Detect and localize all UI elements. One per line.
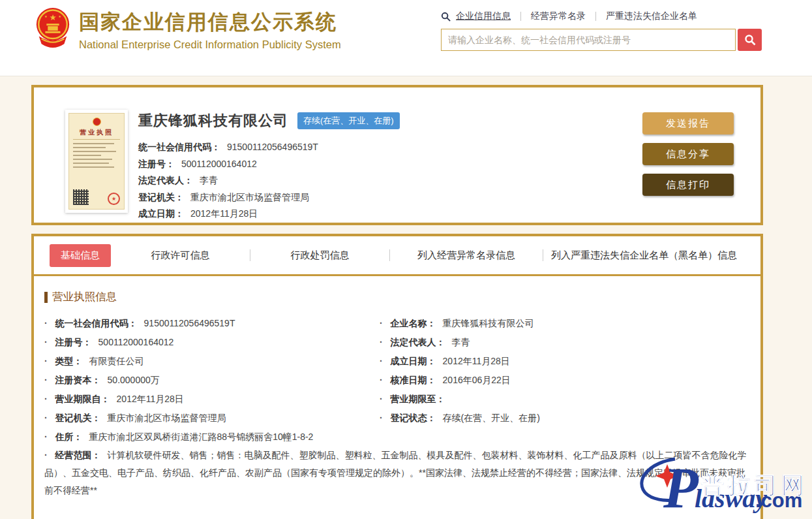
section-title-bar [44, 292, 48, 303]
info-label: 核准日期： [391, 375, 436, 385]
tab-administrative-licensing[interactable]: 行政许可信息 [111, 249, 250, 262]
info-row-approval-date: 核准日期：2016年06月22日 [380, 371, 751, 390]
info-row-company-name: 企业名称：重庆锋狐科技有限公司 [380, 314, 751, 333]
tab-administrative-penalties[interactable]: 行政处罚信息 [250, 249, 389, 262]
license-text-line [73, 151, 116, 152]
field-label: 成立日期： [138, 208, 184, 219]
info-row-address: 住所：重庆市渝北区双凤桥街道港汇路88号锦绣丽舍10幢1-8-2 [44, 428, 751, 447]
search-bar [441, 29, 762, 51]
info-row-registered-capital: 注册资本：50.000000万 [44, 371, 380, 390]
info-row-term-from: 营业期限自：2012年11月28日 [44, 390, 380, 409]
search-icon [441, 12, 451, 22]
info-row-credit-code: 统一社会信用代码：91500112056496519T [44, 314, 380, 333]
info-value: 2016年06月22日 [443, 375, 511, 385]
license-red-seal: ★ [108, 193, 120, 205]
license-text-line [73, 166, 114, 168]
info-value: 重庆锋狐科技有限公司 [443, 318, 534, 328]
field-label: 注册号： [138, 159, 175, 169]
card-row-registration-authority: 登记机关：重庆市渝北区市场监督管理局 [138, 189, 400, 206]
tab-bar: 基础信息 行政许可信息 行政处罚信息 列入经营异常名录信息 列入严重违法失信企业… [34, 236, 760, 276]
field-value: 2012年11月28日 [190, 208, 258, 219]
info-row-legal-representative: 法定代表人：李青 [380, 333, 751, 352]
info-value: 有限责任公司 [89, 356, 144, 366]
tab-abnormal-operations-list[interactable]: 列入经营异常名录信息 [390, 249, 543, 262]
search-button-icon [744, 34, 756, 46]
info-value: 50.000000万 [108, 375, 160, 385]
svg-text:★: ★ [49, 13, 56, 22]
nav-separator [595, 12, 596, 21]
info-value: 重庆市渝北区市场监督管理局 [108, 413, 226, 423]
send-report-button[interactable]: 发送报告 [642, 112, 734, 134]
tab-basic-info[interactable]: 基础信息 [50, 244, 111, 267]
info-label: 注册号： [55, 337, 92, 347]
tab-serious-violations-blacklist[interactable]: 列入严重违法失信企业名单（黑名单）信息 [543, 249, 745, 262]
info-row-registration-authority: 登记机关：重庆市渝北区市场监督管理局 [44, 409, 380, 428]
info-row-company-type: 类型：有限责任公司 [44, 352, 380, 371]
print-info-button[interactable]: 信息打印 [642, 174, 734, 196]
info-label: 营业期限自： [55, 394, 110, 404]
search-type-nav: 企业信用信息 经营异常名录 严重违法失信企业名单 [441, 10, 762, 23]
field-label: 统一社会信用代码： [138, 142, 220, 152]
business-license-image: 营业执照 ★ [68, 113, 125, 210]
company-info-block: 重庆锋狐科技有限公司 存续(在营、开业、在册) 统一社会信用代码：9150011… [138, 111, 400, 223]
company-summary-panel: 营业执照 ★ 重庆锋狐科技有限公司 存续(在营、开业、在册) 统一社会信用代码：… [31, 85, 763, 225]
nav-separator [520, 12, 521, 21]
search-button[interactable] [738, 29, 762, 51]
info-row-registration-number: 注册号：500112000164012 [44, 333, 380, 352]
info-label: 经营范围： [55, 450, 101, 460]
site-title: 国家企业信用信息公示系统 [79, 8, 341, 36]
license-text-line [73, 147, 106, 148]
share-info-button[interactable]: 信息分享 [642, 143, 734, 165]
site-title-block: 国家企业信用信息公示系统 National Enterprise Credit … [79, 8, 341, 51]
info-label: 登记机关： [55, 413, 101, 423]
info-value: 重庆市渝北区双凤桥街道港汇路88号锦绣丽舍10幢1-8-2 [89, 432, 314, 442]
info-value: 计算机软硬件研发、销售；销售：电脑及配件、塑胶制品、塑料粒、五金制品、模具及配件… [44, 450, 747, 495]
info-label: 营业期限至： [391, 394, 445, 404]
detail-panel: 基础信息 行政许可信息 行政处罚信息 列入经营异常名录信息 列入严重违法失信企业… [31, 234, 763, 519]
nav-link-enterprise-credit[interactable]: 企业信用信息 [456, 10, 511, 22]
card-row-establishment-date: 成立日期：2012年11月28日 [138, 206, 400, 223]
site-header: ★ ★ ★ 国家企业信用信息公示系统 National Enterprise C… [0, 0, 812, 76]
license-text-line [73, 143, 114, 144]
search-input[interactable] [441, 29, 736, 51]
nav-link-abnormal-operations[interactable]: 经营异常名录 [531, 10, 586, 22]
info-label: 类型： [55, 356, 83, 366]
license-qr-code [73, 189, 89, 205]
site-subtitle: National Enterprise Credit Information P… [79, 39, 341, 51]
license-text-line [73, 155, 101, 156]
business-license-thumbnail[interactable]: 营业执照 ★ [65, 110, 128, 213]
license-title: 营业执照 [73, 128, 120, 137]
header-search-area: 企业信用信息 经营异常名录 严重违法失信企业名单 [441, 10, 762, 51]
field-value: 重庆市渝北区市场监督管理局 [190, 192, 309, 202]
field-value: 李青 [200, 175, 218, 185]
field-value: 500112000164012 [181, 159, 257, 169]
license-emblem-icon [93, 118, 101, 126]
info-label: 企业名称： [391, 318, 436, 328]
nav-link-serious-violations[interactable]: 严重违法失信企业名单 [606, 10, 697, 22]
card-row-legal-representative: 法定代表人：李青 [138, 172, 400, 189]
info-label: 注册资本： [55, 375, 101, 385]
info-value: 2012年11月28日 [117, 394, 184, 404]
svg-text:★: ★ [58, 15, 61, 18]
license-text-line [73, 163, 109, 164]
license-info-grid: 统一社会信用代码：91500112056496519T 企业名称：重庆锋狐科技有… [44, 314, 751, 499]
info-value: 91500112056496519T [144, 318, 235, 328]
info-row-establishment-date: 成立日期：2012年11月28日 [380, 352, 751, 371]
status-badge: 存续(在营、开业、在册) [297, 112, 400, 129]
field-value: 91500112056496519T [227, 142, 318, 152]
info-row-registration-status: 登记状态：存续(在营、开业、在册) [380, 409, 751, 428]
info-row-business-scope: 经营范围：计算机软硬件研发、销售；销售：电脑及配件、塑胶制品、塑料粒、五金制品、… [44, 447, 751, 499]
national-emblem-logo: ★ ★ ★ [34, 7, 72, 49]
info-label: 住所： [55, 432, 83, 442]
info-value: 500112000164012 [98, 337, 174, 347]
info-value: 李青 [452, 337, 470, 347]
field-label: 法定代表人： [138, 175, 193, 185]
action-buttons: 发送报告 信息分享 信息打印 [642, 112, 734, 196]
section-title: 营业执照信息 [52, 290, 117, 304]
info-row-term-to: 营业期限至： [380, 390, 751, 409]
info-label: 成立日期： [391, 356, 436, 366]
license-info-section: 营业执照信息 统一社会信用代码：91500112056496519T 企业名称：… [34, 276, 760, 499]
info-label: 统一社会信用代码： [55, 318, 138, 328]
card-row-credit-code: 统一社会信用代码：91500112056496519T [138, 139, 400, 156]
info-label: 法定代表人： [391, 337, 445, 347]
